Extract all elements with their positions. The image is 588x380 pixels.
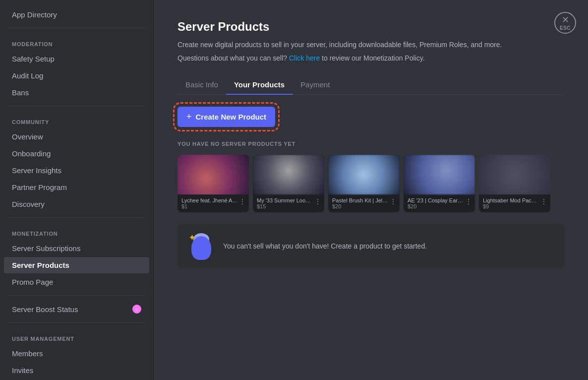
mascot-body — [191, 236, 211, 260]
sidebar-divider-user-mgmt — [8, 322, 145, 323]
sidebar-item-discovery[interactable]: Discovery — [4, 196, 149, 212]
card-menu-icon-3[interactable]: ⋮ — [390, 197, 397, 205]
sidebar-item-server-boost-status[interactable]: Server Boost Status ⊕ — [4, 301, 149, 317]
create-product-label: Create New Product — [196, 113, 267, 121]
sidebar-item-server-products[interactable]: Server Products — [4, 257, 149, 273]
sidebar-divider-moderation — [8, 28, 145, 28]
empty-message-box: ✦ You can't sell what you don't have! Cr… — [177, 224, 564, 268]
product-card-name-2: My '33 Summer Lookbook — [257, 197, 320, 203]
product-card-info-4: AE '23 | Cosplay Early Looks $20 ⋮ — [404, 194, 475, 212]
section-label-community: COMMUNITY — [0, 111, 153, 128]
product-card-name-4: AE '23 | Cosplay Early Looks — [408, 197, 471, 203]
product-card-price-4: $20 — [408, 203, 471, 209]
product-card-price-3: $20 — [332, 203, 396, 209]
card-menu-icon-4[interactable]: ⋮ — [465, 197, 472, 205]
card-menu-icon-1[interactable]: ⋮ — [239, 197, 246, 205]
tab-bar: Basic Info Your Products Payment — [177, 75, 564, 95]
monetization-policy-link[interactable]: Click here — [289, 54, 320, 62]
product-card-2: My '33 Summer Lookbook $15 ⋮ — [253, 155, 324, 212]
section-label-moderation: MODERATION — [0, 33, 153, 50]
product-card-image-2 — [253, 155, 324, 194]
tab-payment[interactable]: Payment — [293, 75, 338, 95]
section-label-user-management: USER MANAGEMENT — [0, 328, 153, 345]
sidebar-item-promo-page[interactable]: Promo Page — [4, 274, 149, 290]
sidebar-item-members[interactable]: Members — [4, 345, 149, 362]
product-cards-strip: Lychee feat. Jhené Aiko $1 ⋮ My '33 Summ… — [177, 155, 564, 212]
sidebar-item-invites[interactable]: Invites — [4, 362, 149, 379]
section-label-monetization: MONETIZATION — [0, 223, 153, 240]
product-card-price-1: $1 — [181, 203, 245, 209]
sidebar-item-onboarding[interactable]: Onboarding — [4, 145, 149, 162]
page-description-link-line: Questions about what you can sell? Click… — [177, 53, 564, 63]
sidebar-item-partner-program[interactable]: Partner Program — [4, 179, 149, 195]
page-description: Create new digital products to sell in y… — [177, 40, 564, 50]
sidebar-divider-monetization — [8, 217, 145, 218]
sidebar-item-server-subscriptions[interactable]: Server Subscriptions — [4, 240, 149, 256]
card-menu-icon-5[interactable]: ⋮ — [540, 197, 547, 205]
sidebar-item-audit-log[interactable]: Audit Log — [4, 67, 149, 84]
product-card-name-1: Lychee feat. Jhené Aiko — [181, 197, 245, 203]
product-card-3: Pastel Brush Kit | Jellydoesart $20 ⋮ — [328, 155, 400, 212]
product-card-image-4 — [404, 155, 475, 194]
page-title: Server Products — [177, 20, 564, 34]
sidebar-item-overview[interactable]: Overview — [4, 128, 149, 145]
empty-message-text: You can't sell what you don't have! Crea… — [223, 242, 427, 250]
sidebar-item-bans[interactable]: Bans — [4, 84, 149, 101]
product-card-info-2: My '33 Summer Lookbook $15 ⋮ — [253, 194, 324, 212]
close-button[interactable]: ✕ ESC — [554, 12, 576, 34]
product-card-info-1: Lychee feat. Jhené Aiko $1 ⋮ — [177, 194, 249, 212]
tab-basic-info[interactable]: Basic Info — [177, 75, 226, 95]
sidebar: App Directory MODERATION Safety Setup Au… — [0, 0, 154, 380]
product-card-image-3 — [328, 155, 400, 194]
boost-icon: ⊕ — [132, 305, 141, 314]
card-menu-icon-2[interactable]: ⋮ — [314, 197, 321, 205]
plus-icon: + — [186, 112, 192, 122]
sidebar-item-app-directory[interactable]: App Directory — [4, 6, 149, 23]
sidebar-divider-community — [8, 106, 145, 106]
product-card-price-2: $15 — [257, 203, 320, 209]
close-esc-label: ESC — [560, 25, 571, 31]
product-card-name-5: Lightsaber Mod Pack | Hi... — [483, 197, 546, 203]
product-card-price-5: $9 — [483, 203, 546, 209]
sidebar-divider-boost — [8, 295, 145, 296]
sidebar-item-server-insights[interactable]: Server Insights — [4, 162, 149, 179]
tab-your-products[interactable]: Your Products — [226, 75, 293, 95]
sidebar-item-safety-setup[interactable]: Safety Setup — [4, 51, 149, 67]
product-card-image-5 — [479, 155, 550, 194]
server-boost-status-label: Server Boost Status — [12, 305, 78, 314]
product-card-info-3: Pastel Brush Kit | Jellydoesart $20 ⋮ — [328, 194, 400, 212]
main-content: ✕ ESC Server Products Create new digital… — [154, 0, 588, 380]
mascot-icon: ✦ — [187, 232, 215, 260]
create-product-button[interactable]: + Create New Product — [177, 107, 275, 127]
product-card-name-3: Pastel Brush Kit | Jellydoesart — [332, 197, 396, 203]
product-card-4: AE '23 | Cosplay Early Looks $20 ⋮ — [404, 155, 475, 212]
product-card-image-1 — [177, 155, 249, 194]
empty-state-label: YOU HAVE NO SERVER PRODUCTS YET — [177, 141, 564, 147]
close-x-icon: ✕ — [562, 15, 569, 24]
product-card-1: Lychee feat. Jhené Aiko $1 ⋮ — [177, 155, 249, 212]
product-card-info-5: Lightsaber Mod Pack | Hi... $9 ⋮ — [479, 194, 550, 212]
product-card-5: Lightsaber Mod Pack | Hi... $9 ⋮ — [479, 155, 550, 212]
